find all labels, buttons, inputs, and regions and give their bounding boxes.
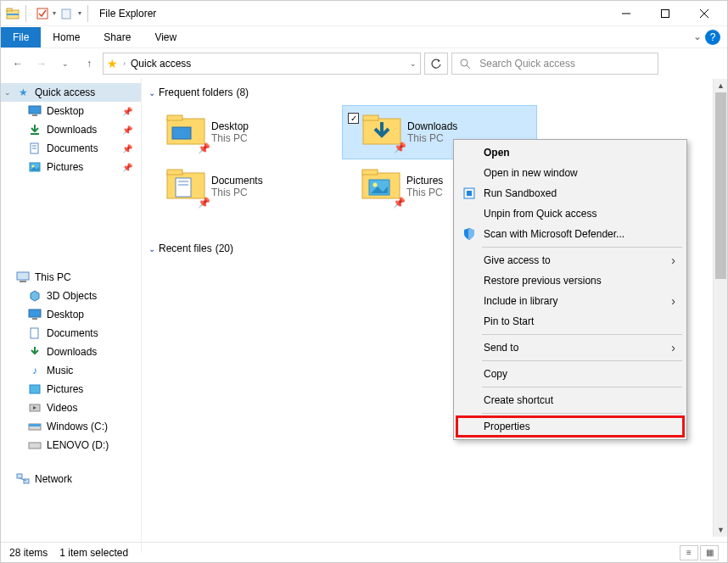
view-details-button[interactable]: ≡ (680, 545, 698, 560)
pin-icon: 📌 (198, 142, 210, 154)
svg-rect-28 (29, 443, 41, 449)
sandbox-icon (462, 186, 477, 201)
menu-include-library[interactable]: Include in library› (456, 291, 684, 311)
svg-rect-48 (468, 229, 474, 239)
selection-checkbox[interactable]: ✓ (348, 113, 359, 124)
sidebar-item-drive-d[interactable]: LENOVO (D:) (1, 436, 141, 454)
qat-properties-icon[interactable] (36, 7, 49, 20)
forward-button[interactable]: → (31, 53, 52, 74)
minimize-button[interactable] (607, 1, 646, 26)
sidebar-item-music[interactable]: ♪Music (1, 361, 141, 380)
svg-rect-27 (29, 424, 41, 426)
ribbon-expand-icon[interactable]: ⌄ (693, 31, 702, 42)
star-icon: ★ (16, 86, 30, 99)
menu-give-access[interactable]: Give access to› (456, 250, 684, 270)
pin-icon: 📌 (122, 125, 132, 135)
up-button[interactable]: ↑ (79, 53, 99, 74)
close-button[interactable] (685, 1, 724, 26)
svg-rect-12 (32, 114, 37, 116)
menu-send-to[interactable]: Send to› (456, 337, 684, 358)
qat-newfolder-icon[interactable] (59, 7, 73, 20)
svg-rect-47 (467, 191, 472, 196)
network-icon (16, 472, 30, 486)
documents-icon (28, 142, 42, 155)
sidebar-item-documents-pc[interactable]: Documents (1, 324, 141, 343)
menu-restore-versions[interactable]: Restore previous versions (456, 270, 684, 291)
svg-rect-23 (31, 328, 38, 338)
scroll-thumb[interactable] (715, 92, 726, 279)
svg-rect-33 (167, 115, 182, 120)
svg-rect-24 (30, 385, 40, 393)
folder-desktop[interactable]: DesktopThis PC 📌 (147, 105, 342, 159)
music-icon: ♪ (28, 364, 42, 377)
sidebar-item-downloads-pc[interactable]: Downloads (1, 343, 141, 361)
sidebar-label: Quick access (35, 86, 95, 98)
svg-rect-36 (363, 115, 378, 120)
desktop-icon (28, 104, 42, 118)
address-bar[interactable]: ★ › Quick access ⌄ (103, 53, 421, 75)
pin-icon: 📌 (393, 197, 406, 209)
sidebar-item-3d-objects[interactable]: 3D Objects (1, 287, 141, 305)
tab-share[interactable]: Share (92, 27, 143, 47)
menu-pin-start[interactable]: Pin to Start (456, 311, 684, 332)
chevron-down-icon[interactable]: ⌄ (4, 88, 11, 97)
sidebar-item-network[interactable]: Network (1, 470, 141, 488)
tab-home[interactable]: Home (41, 27, 92, 47)
menu-properties[interactable]: Properties (456, 416, 684, 437)
view-large-icons-button[interactable]: ▦ (700, 545, 719, 560)
pc-icon (16, 270, 30, 284)
sidebar-item-this-pc[interactable]: This PC (1, 268, 141, 287)
back-button[interactable]: ← (8, 53, 28, 74)
chevron-down-icon: ⌄ (148, 88, 155, 98)
sidebar-item-pictures[interactable]: Pictures 📌 (1, 158, 141, 176)
file-tab[interactable]: File (1, 27, 41, 47)
documents-icon (28, 326, 42, 340)
help-button[interactable]: ? (705, 30, 720, 45)
sidebar-item-downloads[interactable]: Downloads 📌 (1, 120, 141, 139)
frequent-folders-header[interactable]: ⌄ Frequent folders (8) (147, 83, 727, 105)
sidebar-item-videos[interactable]: Videos (1, 399, 141, 417)
vertical-scrollbar[interactable]: ▲ ▼ (713, 79, 727, 537)
menu-open[interactable]: Open (456, 142, 684, 163)
sidebar-item-desktop-pc[interactable]: Desktop (1, 305, 141, 324)
window-title: File Explorer (99, 8, 156, 20)
status-item-count: 28 items (9, 547, 48, 559)
menu-scan-defender[interactable]: Scan with Microsoft Defender... (456, 224, 684, 244)
drive-icon (28, 438, 42, 452)
pictures-icon (28, 382, 42, 396)
svg-rect-19 (17, 272, 29, 280)
refresh-button[interactable] (424, 53, 448, 75)
desktop-icon (28, 308, 42, 321)
sidebar-item-drive-c[interactable]: Windows (C:) (1, 417, 141, 436)
sidebar-item-desktop[interactable]: Desktop 📌 (1, 102, 141, 120)
search-box[interactable]: Search Quick access (451, 53, 658, 75)
folder-documents[interactable]: DocumentsThis PC 📌 (147, 159, 342, 214)
svg-rect-2 (7, 14, 19, 15)
menu-run-sandboxed[interactable]: Run Sandboxed (456, 183, 684, 203)
menu-open-new-window[interactable]: Open in new window (456, 163, 684, 183)
svg-rect-6 (662, 9, 669, 17)
sidebar-item-documents[interactable]: Documents 📌 (1, 139, 141, 158)
search-icon (459, 58, 471, 70)
videos-icon (28, 401, 42, 415)
submenu-arrow-icon: › (671, 254, 675, 267)
pin-icon: 📌 (122, 144, 132, 153)
sidebar-item-quick-access[interactable]: ⌄ ★ Quick access (1, 83, 141, 102)
scroll-up-button[interactable]: ▲ (714, 79, 728, 92)
sidebar-item-pictures-pc[interactable]: Pictures (1, 380, 141, 399)
tab-view[interactable]: View (143, 27, 188, 47)
recent-locations-button[interactable]: ⌄ (55, 53, 76, 74)
maximize-button[interactable] (646, 1, 685, 26)
svg-rect-21 (29, 309, 41, 317)
menu-copy[interactable]: Copy (456, 364, 684, 384)
svg-line-10 (467, 65, 470, 69)
3d-icon (28, 289, 42, 303)
svg-rect-34 (172, 127, 191, 139)
scroll-down-button[interactable]: ▼ (714, 523, 728, 537)
menu-unpin[interactable]: Unpin from Quick access (456, 203, 684, 224)
context-menu: Open Open in new window Run Sandboxed Un… (453, 139, 687, 440)
status-bar: 28 items 1 item selected ≡ ▦ (1, 542, 727, 562)
svg-rect-4 (62, 9, 70, 19)
search-placeholder: Search Quick access (479, 58, 575, 70)
menu-create-shortcut[interactable]: Create shortcut (456, 390, 684, 410)
